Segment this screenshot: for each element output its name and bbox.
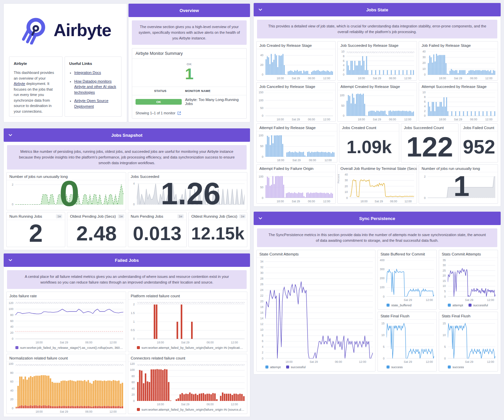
chart-stats-commit-attempts[interactable]: 05101520253035Sat 2912:00attemptsuccessf… xyxy=(439,258,498,309)
chart-attempt-succeeded-by-release-stage[interactable]: 024681018:00Sat 2906:0012:00 xyxy=(419,90,498,121)
chart-jobs-run-unusually-long[interactable]: 021 xyxy=(419,172,498,203)
jobs-state-title: Jobs State xyxy=(366,7,388,12)
sync-persistence-title: Sync Persistence xyxy=(359,216,395,221)
list-item: How Datadog monitors Airbyte and other A… xyxy=(74,79,117,95)
monitor-summary-widget: Airbyte Monitor Summary OK 1 STATUS MONI… xyxy=(132,48,247,119)
monitor-summary-count: OK 1 xyxy=(132,59,246,87)
chart-state-final-flush[interactable]: 051015Sat 2912:00success xyxy=(378,320,436,371)
chevron-down-icon[interactable] xyxy=(258,7,263,13)
status-badge: OK xyxy=(136,99,182,105)
num-running-jobs-value: 2 xyxy=(7,220,65,247)
link-integration-docs[interactable]: Integration Docs xyxy=(74,71,101,75)
chart-legend: sum:worker.job_failed_by_release_stage(*… xyxy=(7,344,126,352)
jobs-state-header: Jobs State xyxy=(254,3,501,16)
chart-title: Stats Final Flush xyxy=(439,312,498,320)
monitor-row[interactable]: OK Airbyte: Too Many Long-Running Jobs xyxy=(132,95,246,108)
useful-links-list: Integration Docs How Datadog monitors Ai… xyxy=(69,70,117,109)
overview-title: Overview xyxy=(180,8,199,13)
chart-connectors-related-failure-count[interactable]: 02040608010012018:00Sat 2906:0012:00sum:… xyxy=(128,362,247,414)
about-card: Airbyte This dashboard provides an overv… xyxy=(9,57,63,117)
jobs-failed-count-value: 952 xyxy=(460,131,498,163)
airbyte-inline-link[interactable]: Airbyte xyxy=(14,82,25,86)
chart-jobs-run-unusually-long-snapshot[interactable]: 020 xyxy=(7,180,126,210)
jobs-snapshot-header: Jobs Snapshot xyxy=(4,128,250,142)
airbyte-datadog-dashboard: Airbyte Airbyte This dashboard provides … xyxy=(0,0,504,420)
chart-legend: sum:worker.attempt_failed_by_failure_ori… xyxy=(128,344,247,352)
chart-normalization-related-failure-count[interactable]: 02040608010018:00Sat 2906:0012:00 xyxy=(7,362,126,414)
chart-title: Attempt Failed by Failure Origin xyxy=(257,165,335,172)
chevron-down-icon[interactable] xyxy=(258,216,263,222)
chart-job-succeeded-by-release-stage[interactable]: 024681018:00Sat 2906:0012:00 xyxy=(338,49,416,80)
legend-swatch-icon xyxy=(387,365,390,369)
tile-title: Oldest Pending Job (Secs)1w xyxy=(67,212,125,220)
legend-swatch-icon xyxy=(286,365,289,369)
chart-jobs-failure-rate[interactable]: 02040608010012018:00Sat 2906:0012:00sum:… xyxy=(7,300,126,351)
jobs-snapshot-description: Metrics like number of persisting jobs, … xyxy=(7,145,247,170)
chart-job-failed-by-release-stage[interactable]: 01020304018:00Sat 2906:0012:00 xyxy=(419,49,498,80)
column-monitor-name: MONITOR NAME xyxy=(185,89,211,93)
monitor-name: Airbyte: Too Many Long-Running Jobs xyxy=(185,98,243,106)
monitor-summary-title: Airbyte Monitor Summary xyxy=(132,48,246,59)
chart-title: State Buffered for Commit xyxy=(378,250,436,258)
chart-title: Attempt Created by Release Stage xyxy=(338,83,416,90)
legend-swatch-icon xyxy=(469,304,472,307)
chart-job-cancelled-by-release-stage[interactable]: 05010015018:00Sat 2906:0012:00 xyxy=(257,90,335,121)
link-airbyte-open-source[interactable]: Airbyte Open Source Deployment xyxy=(74,99,108,108)
overview-header: Overview xyxy=(129,4,250,17)
about-title: Airbyte xyxy=(14,61,58,67)
failed-jobs-header: Failed Jobs xyxy=(4,253,250,267)
chevron-down-icon[interactable] xyxy=(8,132,13,139)
tile-title: Jobs Succeeded Count xyxy=(401,124,458,131)
sync-persistence-section: Sync Persistence The SyncPersistence met… xyxy=(253,211,501,375)
jobs-created-count-value: 1.09k xyxy=(339,131,399,163)
chart-title: Stats Commit Attempts xyxy=(439,250,498,258)
chart-jobs-succeeded-snapshot[interactable]: 041.26 xyxy=(128,180,247,210)
external-link-icon[interactable] xyxy=(177,111,181,115)
legend-swatch-icon xyxy=(387,304,390,307)
airbyte-logo-icon xyxy=(19,16,48,44)
chart-state-buffered-for-commit[interactable]: 0100200300400Sat 2912:00state_buffered xyxy=(378,258,436,309)
timeframe-badge: 1w xyxy=(56,214,62,218)
legend-swatch-icon xyxy=(265,365,268,369)
tile-title: Num Pending Jobs1w xyxy=(128,212,186,220)
oldest-running-job-value: 12.15k xyxy=(189,220,247,247)
logo-wordmark: Airbyte xyxy=(54,20,111,40)
chart-legend: sum:worker.attempt_failed_by_failure_ori… xyxy=(128,406,247,414)
chart-title: Number of jobs run unusually long xyxy=(7,173,126,180)
chart-attempt-failed-by-failure-origin[interactable]: 05010018:00Sat 2906:0012:00 xyxy=(257,172,335,203)
sync-persistence-description: The SyncPersistence metrics in this sect… xyxy=(257,228,497,247)
tile-title: Oldest Running Job (Secs)1w xyxy=(189,212,247,220)
timeframe-badge: 1w xyxy=(118,214,124,218)
monitor-summary-footer: Showing 1–1 of 1 monitor xyxy=(132,108,246,118)
branding-panel: Airbyte Airbyte This dashboard provides … xyxy=(3,3,127,122)
chart-title: Job Created by Release Stage xyxy=(257,41,335,49)
column-status: STATUS xyxy=(136,89,185,93)
chevron-down-icon[interactable] xyxy=(8,257,13,264)
jobs-succeeded-count-value: 122 xyxy=(401,131,458,163)
chart-legend: attemptsuccessful xyxy=(439,302,498,309)
legend-swatch-icon xyxy=(448,304,451,307)
overview-section: Overview The overview section gives you … xyxy=(128,3,250,122)
airbyte-logo: Airbyte xyxy=(4,4,127,57)
chart-attempt-created-by-release-stage[interactable]: 05010018:00Sat 2906:0012:00 xyxy=(338,90,416,121)
chart-state-commit-attempts[interactable]: 024681012141618202224262830323418:00Sat … xyxy=(257,258,375,371)
list-item: Integration Docs xyxy=(74,70,117,76)
sync-persistence-header: Sync Persistence xyxy=(254,212,501,225)
jobs-state-section: Jobs State This provides a detailed view… xyxy=(253,3,501,207)
chart-title: Attempt Failed by Release Stage xyxy=(257,124,337,131)
useful-links-card: Useful Links Integration Docs How Datado… xyxy=(65,57,121,117)
chart-overall-job-runtime[interactable]: Percent01020304018:00Sat 2906:0012:00 xyxy=(338,172,416,203)
chart-attempt-failed-by-release-stage[interactable]: 05010018:00Sat 2906:0012:00 xyxy=(257,131,337,163)
chart-stats-final-flush[interactable]: 051015Sat 2912:00success xyxy=(439,320,498,371)
chart-title: Connectors related failure count xyxy=(128,354,247,362)
chart-title: Job Cancelled by Release Stage xyxy=(257,83,335,90)
jobs-state-description: This provides a detailed view of job sta… xyxy=(257,20,497,38)
chart-title: Platform related failure count xyxy=(128,292,247,300)
chart-title: Overall Job Runtime by Terminal State (S… xyxy=(338,165,416,172)
chart-title: Job Failed by Release Stage xyxy=(419,41,498,49)
chart-title: State Commit Attempts xyxy=(257,250,375,258)
chart-job-created-by-release-stage[interactable]: 0204018:00Sat 2906:0012:00 xyxy=(257,49,335,80)
link-datadog-monitors-airbyte[interactable]: How Datadog monitors Airbyte and other A… xyxy=(74,79,116,94)
chart-platform-related-failure-count[interactable]: 00.511.5218:00Sat 2906:0012:00sum:worker… xyxy=(128,300,247,351)
legend-swatch-icon xyxy=(448,365,451,369)
